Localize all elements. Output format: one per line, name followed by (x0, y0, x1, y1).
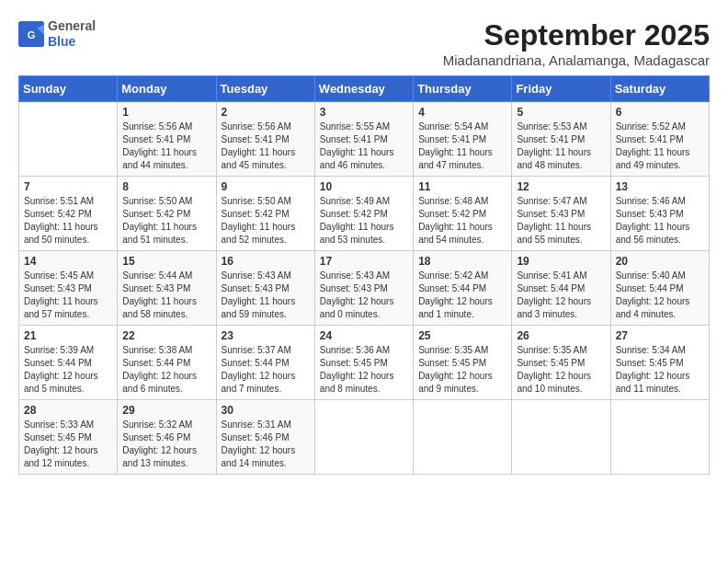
calendar-cell: 3Sunrise: 5:55 AMSunset: 5:41 PMDaylight… (314, 102, 413, 177)
day-number: 11 (418, 180, 506, 193)
calendar-cell: 25Sunrise: 5:35 AMSunset: 5:45 PMDayligh… (414, 326, 512, 400)
calendar-cell: 17Sunrise: 5:43 AMSunset: 5:43 PMDayligh… (314, 251, 413, 326)
day-number: 20 (616, 255, 704, 268)
day-info: Sunrise: 5:51 AMSunset: 5:42 PMDaylight:… (24, 195, 112, 247)
day-number: 29 (122, 404, 210, 417)
calendar-cell: 12Sunrise: 5:47 AMSunset: 5:43 PMDayligh… (512, 177, 610, 251)
column-header-tuesday: Tuesday (216, 76, 314, 102)
week-row-4: 21Sunrise: 5:39 AMSunset: 5:44 PMDayligh… (19, 326, 710, 400)
calendar-cell: 19Sunrise: 5:41 AMSunset: 5:44 PMDayligh… (512, 251, 610, 326)
day-info: Sunrise: 5:56 AMSunset: 5:41 PMDaylight:… (222, 121, 310, 172)
day-number: 16 (222, 255, 310, 268)
day-number: 19 (517, 255, 605, 268)
day-number: 26 (517, 329, 605, 342)
logo-text: General Blue (48, 18, 96, 50)
day-number: 5 (517, 106, 605, 119)
day-info: Sunrise: 5:40 AMSunset: 5:44 PMDaylight:… (616, 270, 704, 321)
day-number: 6 (616, 106, 704, 119)
day-number: 24 (320, 329, 408, 342)
day-info: Sunrise: 5:48 AMSunset: 5:42 PMDaylight:… (418, 195, 506, 247)
day-number: 8 (122, 180, 210, 193)
day-info: Sunrise: 5:44 AMSunset: 5:43 PMDaylight:… (122, 270, 210, 321)
day-info: Sunrise: 5:46 AMSunset: 5:43 PMDaylight:… (616, 195, 704, 247)
day-info: Sunrise: 5:41 AMSunset: 5:44 PMDaylight:… (517, 270, 605, 321)
calendar-cell: 7Sunrise: 5:51 AMSunset: 5:42 PMDaylight… (19, 177, 118, 251)
calendar-cell (512, 400, 610, 475)
calendar-cell (314, 400, 413, 475)
day-number: 12 (517, 180, 605, 193)
month-title: September 2025 (443, 18, 710, 52)
calendar-cell (610, 400, 709, 475)
location: Miadanandriana, Analamanga, Madagascar (443, 52, 710, 68)
calendar-cell: 29Sunrise: 5:32 AMSunset: 5:46 PMDayligh… (118, 400, 216, 475)
day-number: 4 (418, 106, 506, 119)
calendar-cell (414, 400, 512, 475)
calendar-cell: 6Sunrise: 5:52 AMSunset: 5:41 PMDaylight… (610, 102, 709, 177)
day-number: 30 (222, 404, 310, 417)
calendar-cell: 30Sunrise: 5:31 AMSunset: 5:46 PMDayligh… (216, 400, 314, 475)
day-number: 28 (24, 404, 112, 417)
day-info: Sunrise: 5:43 AMSunset: 5:43 PMDaylight:… (222, 270, 310, 321)
day-number: 21 (24, 329, 112, 342)
logo-blue-text: Blue (48, 34, 96, 50)
day-info: Sunrise: 5:35 AMSunset: 5:45 PMDaylight:… (517, 344, 605, 396)
day-info: Sunrise: 5:53 AMSunset: 5:41 PMDaylight:… (517, 121, 605, 172)
calendar-cell: 10Sunrise: 5:49 AMSunset: 5:42 PMDayligh… (314, 177, 413, 251)
day-info: Sunrise: 5:32 AMSunset: 5:46 PMDaylight:… (122, 419, 210, 470)
day-info: Sunrise: 5:47 AMSunset: 5:43 PMDaylight:… (517, 195, 605, 247)
calendar-cell (19, 102, 118, 177)
day-info: Sunrise: 5:55 AMSunset: 5:41 PMDaylight:… (320, 121, 408, 172)
column-header-friday: Friday (512, 76, 610, 102)
calendar-cell: 23Sunrise: 5:37 AMSunset: 5:44 PMDayligh… (216, 326, 314, 400)
day-number: 13 (616, 180, 704, 193)
day-number: 9 (222, 180, 310, 193)
day-number: 25 (418, 329, 506, 342)
logo-general-text: General (48, 18, 96, 34)
calendar-cell: 26Sunrise: 5:35 AMSunset: 5:45 PMDayligh… (512, 326, 610, 400)
week-row-2: 7Sunrise: 5:51 AMSunset: 5:42 PMDaylight… (19, 177, 710, 251)
day-info: Sunrise: 5:42 AMSunset: 5:44 PMDaylight:… (418, 270, 506, 321)
day-number: 27 (616, 329, 704, 342)
day-info: Sunrise: 5:36 AMSunset: 5:45 PMDaylight:… (320, 344, 408, 396)
column-header-saturday: Saturday (610, 76, 709, 102)
day-info: Sunrise: 5:35 AMSunset: 5:45 PMDaylight:… (418, 344, 506, 396)
calendar-cell: 14Sunrise: 5:45 AMSunset: 5:43 PMDayligh… (19, 251, 118, 326)
title-block: September 2025 Miadanandriana, Analamang… (443, 18, 710, 68)
calendar-cell: 20Sunrise: 5:40 AMSunset: 5:44 PMDayligh… (610, 251, 709, 326)
day-number: 2 (222, 106, 310, 119)
day-info: Sunrise: 5:31 AMSunset: 5:46 PMDaylight:… (222, 419, 310, 470)
calendar-cell: 8Sunrise: 5:50 AMSunset: 5:42 PMDaylight… (118, 177, 216, 251)
calendar-cell: 5Sunrise: 5:53 AMSunset: 5:41 PMDaylight… (512, 102, 610, 177)
calendar-table: SundayMondayTuesdayWednesdayThursdayFrid… (18, 75, 710, 475)
column-header-wednesday: Wednesday (314, 76, 413, 102)
calendar-cell: 2Sunrise: 5:56 AMSunset: 5:41 PMDaylight… (216, 102, 314, 177)
svg-text:G: G (28, 29, 36, 40)
day-number: 14 (24, 255, 112, 268)
day-info: Sunrise: 5:52 AMSunset: 5:41 PMDaylight:… (616, 121, 704, 172)
day-number: 23 (222, 329, 310, 342)
column-header-monday: Monday (118, 76, 216, 102)
page-header: G General Blue September 2025 Miadanandr… (18, 18, 710, 68)
calendar-cell: 28Sunrise: 5:33 AMSunset: 5:45 PMDayligh… (19, 400, 118, 475)
day-info: Sunrise: 5:43 AMSunset: 5:43 PMDaylight:… (320, 270, 408, 321)
day-number: 17 (320, 255, 408, 268)
calendar-cell: 11Sunrise: 5:48 AMSunset: 5:42 PMDayligh… (414, 177, 512, 251)
day-number: 1 (122, 106, 210, 119)
calendar-cell: 27Sunrise: 5:34 AMSunset: 5:45 PMDayligh… (610, 326, 709, 400)
calendar-cell: 4Sunrise: 5:54 AMSunset: 5:41 PMDaylight… (414, 102, 512, 177)
day-number: 15 (122, 255, 210, 268)
calendar-cell: 18Sunrise: 5:42 AMSunset: 5:44 PMDayligh… (414, 251, 512, 326)
calendar-cell: 9Sunrise: 5:50 AMSunset: 5:42 PMDaylight… (216, 177, 314, 251)
day-info: Sunrise: 5:34 AMSunset: 5:45 PMDaylight:… (616, 344, 704, 396)
day-info: Sunrise: 5:49 AMSunset: 5:42 PMDaylight:… (320, 195, 408, 247)
calendar-cell: 22Sunrise: 5:38 AMSunset: 5:44 PMDayligh… (118, 326, 216, 400)
day-info: Sunrise: 5:38 AMSunset: 5:44 PMDaylight:… (122, 344, 210, 396)
week-row-1: 1Sunrise: 5:56 AMSunset: 5:41 PMDaylight… (19, 102, 710, 177)
calendar-cell: 24Sunrise: 5:36 AMSunset: 5:45 PMDayligh… (314, 326, 413, 400)
day-number: 22 (122, 329, 210, 342)
day-info: Sunrise: 5:45 AMSunset: 5:43 PMDaylight:… (24, 270, 112, 321)
column-header-sunday: Sunday (19, 76, 118, 102)
day-number: 18 (418, 255, 506, 268)
calendar-cell: 13Sunrise: 5:46 AMSunset: 5:43 PMDayligh… (610, 177, 709, 251)
calendar-cell: 1Sunrise: 5:56 AMSunset: 5:41 PMDaylight… (118, 102, 216, 177)
